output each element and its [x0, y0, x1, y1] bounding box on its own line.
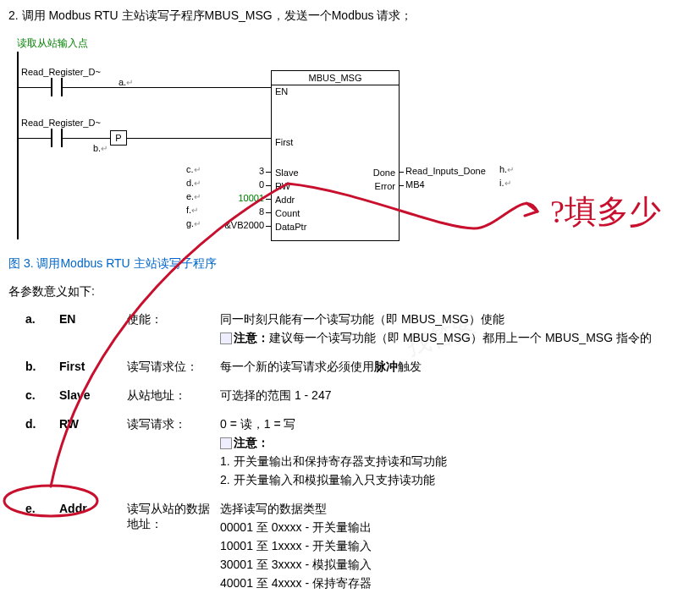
function-block: MBUS_MSG EN First Slave RW Addr Count Da…: [271, 70, 400, 241]
wire: [19, 138, 51, 139]
param-desc: 0 = 读，1 = 写注意：1. 开关量输出和保持寄存器支持读和写功能2. 开关…: [220, 417, 692, 492]
param-label: 使能：: [127, 312, 220, 327]
fb-title: MBUS_MSG: [272, 71, 399, 85]
param-name: Slave: [59, 388, 127, 402]
param-letter: b.: [8, 360, 59, 373]
param-letter: e.: [8, 502, 59, 515]
param-desc: 可选择的范围 1 - 247: [220, 388, 692, 407]
param-desc-line: 每一个新的读写请求必须使用脉冲触发: [220, 360, 692, 375]
no-contact-1: [51, 78, 63, 96]
wire: [126, 138, 271, 139]
param-row: a.EN使能：同一时刻只能有一个读写功能（即 MBUS_MSG）使能注意：建议每…: [8, 312, 692, 349]
marker-e: e.↵: [186, 191, 201, 201]
param-desc-line: 30001 至 3xxxx - 模拟量输入: [220, 558, 692, 573]
pin-tick: [399, 172, 404, 173]
pin-done: Done: [373, 168, 395, 178]
param-desc: 选择读写的数据类型00001 至 0xxxx - 开关量输出10001 至 1x…: [220, 502, 692, 595]
param-label: 读写请求：: [127, 417, 220, 432]
pin-en: EN: [275, 86, 288, 96]
out-done: Read_Inputs_Done: [405, 166, 486, 176]
param-desc-line: 0 = 读，1 = 写: [220, 417, 692, 432]
param-desc-line: 2. 开关量输入和模拟量输入只支持读功能: [220, 473, 692, 488]
param-label: 从站地址：: [127, 388, 220, 404]
param-name: RW: [59, 417, 127, 431]
param-desc-line: 注意：: [220, 436, 692, 451]
param-label: 读写请求位：: [127, 360, 220, 375]
pin-error: Error: [375, 181, 395, 191]
param-desc-line: 1. 开关量输出和保持寄存器支持读和写功能: [220, 454, 692, 470]
param-desc: 同一时刻只能有一个读写功能（即 MBUS_MSG）使能注意：建议每一个读写功能（…: [220, 312, 692, 349]
param-desc-line: 00001 至 0xxxx - 开关量输出: [220, 520, 692, 536]
param-label: 读写从站的数据地址：: [127, 502, 220, 532]
param-row: d.RW读写请求：0 = 读，1 = 写注意：1. 开关量输出和保持寄存器支持读…: [8, 417, 692, 492]
params-title: 各参数意义如下:: [8, 284, 692, 300]
param-desc-line: 40001 至 4xxxx - 保持寄存器: [220, 576, 692, 591]
param-letter: c.: [8, 388, 59, 402]
pin-addr: Addr: [275, 195, 295, 205]
param-desc-line: 选择读写的数据类型: [220, 502, 692, 517]
pin-tick: [266, 185, 271, 186]
pin-tick: [266, 172, 271, 173]
marker-g: g.↵: [186, 218, 201, 228]
figure-caption: 图 3. 调用Modbus RTU 主站读写子程序: [8, 256, 692, 272]
step-heading: 2. 调用 Modbus RTU 主站读写子程序MBUS_MSG，发送一个Mod…: [8, 8, 692, 24]
pin-tick: [266, 199, 271, 200]
pin-tick: [266, 212, 271, 213]
wire: [19, 87, 51, 88]
pin-first: First: [275, 137, 293, 147]
note-icon: [220, 332, 232, 344]
contact1-label: Read_Register_D~: [21, 67, 101, 77]
note-icon: [220, 437, 232, 449]
pulse-box: P: [110, 130, 127, 146]
wire: [63, 87, 271, 88]
pin-dataptr: DataPtr: [275, 222, 306, 232]
marker-c: c.↵: [186, 164, 201, 174]
pin-slave: Slave: [275, 168, 299, 178]
val-rw: 0: [229, 179, 264, 190]
marker-f: f.↵: [186, 205, 198, 215]
marker-h: h.↵: [499, 164, 514, 174]
param-desc: 每一个新的读写请求必须使用脉冲触发: [220, 360, 692, 378]
pin-count: Count: [275, 208, 300, 218]
param-row: c.Slave从站地址：可选择的范围 1 - 247: [8, 388, 692, 407]
param-row: e.Addr读写从站的数据地址：选择读写的数据类型00001 至 0xxxx -…: [8, 502, 692, 595]
pin-tick: [266, 226, 271, 227]
params-table: a.EN使能：同一时刻只能有一个读写功能（即 MBUS_MSG）使能注意：建议每…: [8, 312, 692, 595]
param-letter: d.: [8, 417, 59, 431]
val-dataptr: &VB2000: [203, 220, 264, 230]
ladder-diagram: 读取从站输入点 Read_Register_D~ a.↵ Read_Regist…: [17, 36, 692, 248]
param-desc-line: 10001 至 1xxxx - 开关量输入: [220, 539, 692, 554]
pin-tick: [399, 185, 404, 186]
param-letter: a.: [8, 312, 59, 326]
marker-a: a.↵: [119, 77, 133, 87]
marker-i: i.↵: [499, 178, 511, 188]
network-title: 读取从站输入点: [17, 36, 88, 51]
param-name: Addr: [59, 502, 127, 515]
out-error: MB4: [405, 179, 425, 190]
wire: [63, 138, 110, 139]
param-desc-line: 注意：建议每一个读写功能（即 MBUS_MSG）都用上一个 MBUS_MSG 指…: [220, 331, 692, 346]
no-contact-2: [51, 129, 63, 147]
param-row: b.First读写请求位：每一个新的读写请求必须使用脉冲触发: [8, 360, 692, 378]
param-name: First: [59, 360, 127, 373]
val-count: 8: [229, 206, 264, 217]
val-slave: 3: [229, 166, 264, 176]
param-name: EN: [59, 312, 127, 326]
param-desc-line: 同一时刻只能有一个读写功能（即 MBUS_MSG）使能: [220, 312, 692, 327]
contact2-label: Read_Register_D~: [21, 118, 101, 128]
param-desc-line: 可选择的范围 1 - 247: [220, 388, 692, 404]
val-addr: 10001: [212, 193, 264, 203]
left-rail: [17, 52, 19, 239]
pin-rw: RW: [275, 181, 290, 191]
marker-b: b.↵: [93, 143, 107, 153]
marker-d: d.↵: [186, 178, 201, 188]
